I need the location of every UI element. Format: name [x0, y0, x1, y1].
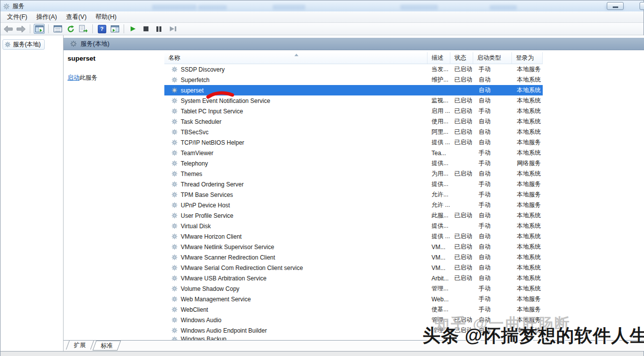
service-logon-as: 本地系统: [512, 86, 543, 94]
table-row[interactable]: Themes 为用... 已启动 自动 本地系统: [164, 169, 543, 179]
table-row[interactable]: VMware USB Arbitration Service Arbit... …: [164, 273, 543, 283]
table-row[interactable]: TBSecSvc 阿里... 已启动 自动 本地系统: [164, 127, 543, 137]
table-row[interactable]: SSDP Discovery 当发... 已启动 手动 本地服务: [164, 64, 543, 75]
service-logon-as: 本地系统: [512, 149, 543, 157]
table-row[interactable]: Task Scheduler 使用... 已启动 自动 本地系统: [164, 116, 543, 127]
table-row[interactable]: Thread Ordering Server 提供... 手动 本地服务: [164, 179, 543, 189]
services-pane-header: 服务(本地): [64, 38, 644, 50]
menu-file[interactable]: 文件(F): [2, 12, 32, 22]
pause-service-button[interactable]: [153, 24, 164, 34]
table-row[interactable]: VMware Serial Com Redirection Client ser…: [164, 263, 543, 273]
service-gear-icon: [171, 66, 178, 73]
service-name: Superfetch: [181, 77, 210, 84]
export-list-button[interactable]: [78, 24, 89, 34]
table-row[interactable]: WebClient 使基... 手动 本地服务: [164, 304, 543, 315]
service-description: 使基...: [428, 305, 450, 314]
watermark-toutiao: 头条 @怀揣梦想的软件人生: [423, 324, 644, 348]
service-description: 维护...: [428, 76, 450, 84]
service-name: User Profile Service: [181, 212, 233, 219]
service-startup-type: 手动: [473, 190, 512, 199]
show-console-tree-button[interactable]: [34, 24, 45, 34]
start-service-button[interactable]: [128, 24, 139, 34]
service-status: 已启动: [450, 65, 473, 74]
export-list-icon: [79, 25, 88, 33]
services-node-icon: [4, 41, 11, 48]
service-name: SSDP Discovery: [181, 66, 224, 73]
table-row[interactable]: TeamViewer Tea... 手动 本地系统: [164, 148, 543, 158]
service-logon-as: 本地服务: [512, 65, 543, 74]
back-button[interactable]: [2, 24, 13, 34]
properties-icon: [54, 25, 62, 32]
restart-service-button[interactable]: [166, 24, 177, 34]
console-tree-icon: [35, 25, 44, 32]
table-row[interactable]: TCP/IP NetBIOS Helper 提供 ... 已启动 自动 本地服务: [164, 137, 543, 148]
menu-action[interactable]: 操作(A): [32, 12, 62, 22]
service-description: VM...: [428, 244, 450, 251]
column-header-logon-as[interactable]: 登录为: [512, 52, 543, 64]
list-header-row: 名称 描述 状态 启动类型 登录为: [164, 52, 543, 64]
toolbar-separator: [124, 24, 124, 33]
title-bar-artifact: [490, 5, 517, 10]
service-startup-type: 手动: [473, 180, 512, 188]
service-status: 已启动: [450, 76, 473, 84]
column-header-description[interactable]: 描述: [428, 52, 450, 64]
table-row[interactable]: VMware Scanner Redirection Client VM... …: [164, 252, 543, 263]
start-service-link[interactable]: 启动: [68, 74, 79, 81]
table-row[interactable]: Volume Shadow Copy 管理... 手动 本地系统: [164, 283, 543, 294]
services-content-pane: 服务(本地) superset 启动此服务 名称 描述 状态 启动类型 登录为 …: [64, 35, 644, 351]
table-row[interactable]: User Profile Service 此服... 已启动 自动 本地系统: [164, 210, 543, 221]
service-name: Volume Shadow Copy: [181, 285, 239, 292]
table-row[interactable]: UPnP Device Host 允许 ... 手动 本地服务: [164, 200, 543, 210]
help-icon: ?: [98, 25, 106, 33]
properties-button[interactable]: [52, 24, 63, 34]
table-row[interactable]: Telephony 提供... 手动 网络服务: [164, 158, 543, 169]
menu-view[interactable]: 查看(V): [62, 12, 91, 22]
service-gear-icon: [171, 275, 178, 281]
menu-help[interactable]: 帮助(H): [91, 12, 121, 22]
stop-service-button[interactable]: [141, 24, 151, 34]
table-row[interactable]: Superfetch 维护... 已启动 自动 本地系统: [164, 75, 543, 85]
service-name: Windows Backup: [181, 336, 226, 340]
service-gear-icon: [171, 202, 178, 208]
service-startup-type: 自动: [473, 76, 512, 84]
service-name: VMware Netlink Supervisor Service: [181, 244, 274, 251]
service-logon-as: 本地系统: [512, 222, 543, 230]
service-description: 为用...: [428, 170, 450, 178]
service-startup-type: 手动: [473, 159, 512, 168]
service-startup-type: 手动: [473, 201, 512, 209]
window-title: 服务: [12, 2, 24, 10]
tab-standard[interactable]: 标准: [92, 341, 121, 351]
column-header-startup-type[interactable]: 启动类型: [473, 52, 512, 64]
service-description: 当发...: [428, 65, 450, 74]
service-gear-icon: [171, 87, 178, 93]
service-logon-as: 本地系统: [512, 96, 543, 105]
services-app-icon: [3, 3, 10, 10]
service-logon-as: 网络服务: [512, 159, 543, 168]
pause-icon: [156, 26, 158, 32]
table-row[interactable]: VMware Horizon Client 提供 ... 已启动 自动 本地系统: [164, 231, 543, 242]
column-header-status[interactable]: 状态: [450, 52, 473, 64]
start-service-suffix: 此服务: [79, 74, 97, 81]
tab-extended[interactable]: 扩展: [66, 341, 94, 350]
service-logon-as: 本地服务: [512, 138, 543, 147]
service-description: Tea...: [428, 150, 450, 157]
service-name: VMware Scanner Redirection Client: [181, 254, 275, 261]
minimize-button[interactable]: [607, 2, 624, 10]
service-description: 监视...: [428, 96, 450, 105]
table-row[interactable]: TPM Base Services 允许... 手动 本地服务: [164, 189, 543, 200]
service-name: TeamViewer: [181, 150, 214, 157]
refresh-button[interactable]: [65, 24, 76, 34]
forward-button[interactable]: [15, 24, 26, 34]
title-bar[interactable]: 服务: [0, 0, 644, 12]
service-gear-icon: [171, 327, 178, 334]
table-row[interactable]: Virtual Disk 提供... 手动 本地系统: [164, 221, 543, 231]
service-startup-type: 自动: [473, 96, 512, 105]
toolbar: ?: [0, 23, 644, 35]
help-button[interactable]: ?: [96, 24, 107, 34]
table-row[interactable]: VMware Netlink Supervisor Service VM... …: [164, 242, 543, 252]
table-row[interactable]: Tablet PC Input Service 启用 ... 已启动 手动 本地…: [164, 106, 543, 116]
maximize-button[interactable]: [640, 2, 644, 10]
table-row[interactable]: Web Management Service Web... 手动 本地服务: [164, 294, 543, 304]
tree-item-services-local[interactable]: 服务(本地): [2, 39, 45, 50]
show-action-pane-button[interactable]: [109, 24, 120, 34]
